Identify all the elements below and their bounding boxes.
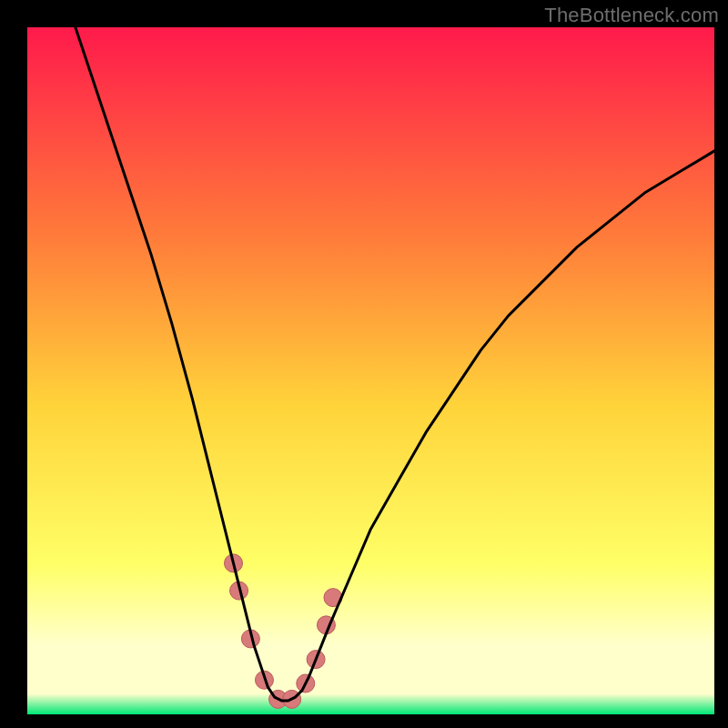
chart-svg: [27, 27, 714, 714]
gradient-background: [27, 27, 714, 714]
watermark-text: TheBottleneck.com: [544, 4, 719, 27]
chart-frame: TheBottleneck.com: [0, 0, 728, 728]
plot-area: [27, 27, 714, 714]
